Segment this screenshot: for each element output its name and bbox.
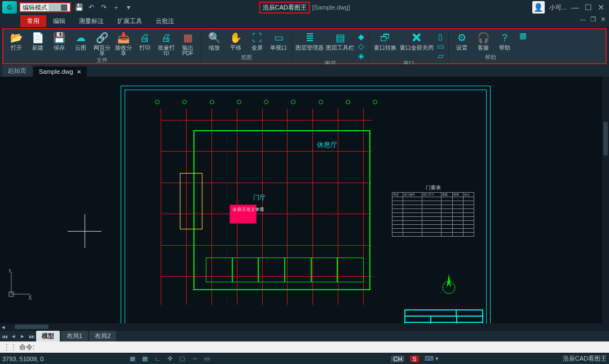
edit-mode-toggle[interactable]: 编辑模式	[19, 2, 71, 12]
ortho-icon[interactable]: ∟	[153, 355, 162, 362]
layout-1[interactable]: 布局1	[61, 331, 88, 341]
grip-icon: ⋮⋮	[3, 343, 17, 351]
cmd-prompt: 命令:	[19, 343, 34, 352]
help-extra[interactable]: ▦	[515, 30, 530, 39]
horizontal-scrollbar[interactable]: ◂	[0, 323, 609, 330]
menu-common[interactable]: 常用	[20, 15, 46, 27]
save-button[interactable]: 💾保存	[48, 30, 70, 51]
lwt-icon[interactable]: ▭	[202, 355, 211, 362]
app-logo: G	[2, 1, 17, 14]
sogou-badge[interactable]: S	[410, 356, 418, 362]
share-icon: 🔗	[95, 32, 109, 44]
fullscreen-button[interactable]: ⛶全屏	[246, 30, 268, 51]
room-rest: 休息厅	[307, 140, 347, 150]
layer-small-2[interactable]: ◇	[355, 41, 367, 50]
group-label-file: 文件	[6, 56, 198, 65]
close-button[interactable]: ✕	[598, 3, 604, 12]
new-button[interactable]: 📄新建	[27, 30, 48, 51]
brand-label: 浩辰CAD看图王	[563, 354, 607, 363]
ribbon-group-file: 📂打开 📄新建 💾保存 ☁云图 🔗网页分享 📥接收分享 🖨打印 🖨批量打印 ▦输…	[3, 30, 201, 62]
pan-button[interactable]: ✋平移	[225, 30, 246, 51]
layer-small-3[interactable]: ◈	[355, 51, 367, 60]
layer-toolbar-button[interactable]: ▤图层工具栏	[325, 30, 355, 51]
layers-icon: ≣	[302, 32, 317, 44]
menu-edit[interactable]: 编辑	[46, 15, 72, 27]
ribbon-group-layer: ≣图层管理器 ▤图层工具栏 ◆ ◇ ◈ 图层	[292, 30, 369, 62]
inbox-icon: 📥	[116, 32, 131, 44]
plus-icon[interactable]: ＋	[112, 3, 121, 12]
snap-icon[interactable]: ▦	[128, 355, 137, 362]
user-avatar[interactable]: 👤	[532, 1, 545, 14]
window-closeall-icon: 🗙	[409, 32, 424, 44]
redo-icon[interactable]: ↷	[99, 3, 108, 12]
tab-start[interactable]: 起始页	[2, 65, 32, 77]
menu-extend[interactable]: 扩展工具	[111, 15, 149, 27]
mode-label: 编辑模式	[23, 3, 47, 12]
polar-icon[interactable]: ✜	[165, 355, 174, 362]
drawing-area[interactable]: YX	[0, 77, 609, 323]
svg-point-5	[443, 281, 455, 294]
export-pdf-button[interactable]: ▦输出PDF	[177, 30, 198, 56]
ime-more-icon[interactable]: ⌨ ▾	[425, 355, 439, 362]
fullscreen-icon: ⛶	[250, 32, 264, 44]
viewport-button[interactable]: ▭单视口	[268, 30, 289, 51]
cloud-button[interactable]: ☁云图	[70, 30, 91, 51]
vertical-scrollbar[interactable]	[602, 77, 609, 323]
pdf-icon: ▦	[180, 32, 195, 44]
settings-button[interactable]: ⚙设置	[451, 30, 473, 51]
command-line[interactable]: ⋮⋮ 命令:	[0, 341, 609, 353]
win-small-1[interactable]: ▯	[435, 32, 446, 41]
undo-icon[interactable]: ↶	[87, 3, 96, 12]
layout-next2[interactable]: ⏭	[27, 333, 36, 340]
open-button[interactable]: 📂打开	[6, 30, 27, 51]
file-plus-icon: 📄	[30, 32, 45, 44]
window-switch-button[interactable]: 🗗窗口转换	[372, 30, 399, 51]
dropdown-icon[interactable]: ▾	[124, 3, 133, 12]
menu-measure[interactable]: 测量标注	[72, 15, 111, 27]
group-label-help: 帮助	[451, 54, 530, 62]
ime-badge[interactable]: CH	[391, 356, 404, 362]
support-button[interactable]: 🎧客服	[473, 30, 494, 51]
toggle-switch[interactable]	[48, 4, 68, 11]
doc-minimize-button[interactable]: —	[580, 16, 586, 23]
menu-cloud[interactable]: 云批注	[149, 15, 181, 27]
layer-small-1[interactable]: ◆	[355, 32, 367, 41]
grid-icon[interactable]: ▩	[140, 355, 149, 362]
group-label-view: 览图	[204, 54, 289, 62]
doc-close-button[interactable]: ✕	[601, 16, 606, 23]
zoom-button[interactable]: 🔍缩放	[204, 30, 225, 51]
yellow-zone	[180, 173, 202, 229]
user-name: 小可...	[549, 3, 567, 12]
doc-restore-button[interactable]: ❐	[590, 16, 596, 23]
save-icon[interactable]: 💾	[74, 3, 83, 12]
layout-2[interactable]: 布局2	[89, 331, 116, 341]
layer-manager-button[interactable]: ≣图层管理器	[294, 30, 325, 51]
titlebar: G 编辑模式 💾 ↶ ↷ ＋ ▾ 浩辰CAD看图王 [Sample.dwg] 👤…	[0, 0, 609, 15]
north-arrow	[440, 270, 456, 295]
tab-sample[interactable]: Sample.dwg✕	[33, 66, 87, 77]
minimize-button[interactable]: —	[571, 3, 579, 12]
folder-open-icon: 📂	[9, 32, 24, 44]
osnap-icon[interactable]: ▢	[178, 355, 187, 362]
layout-prev[interactable]: ⏮	[0, 333, 9, 340]
headset-icon: 🎧	[476, 32, 491, 44]
close-tab-icon[interactable]: ✕	[77, 69, 81, 75]
document-tabs: 起始页 Sample.dwg✕	[0, 64, 609, 77]
window-closeall-button[interactable]: 🗙窗口全部关闭	[399, 30, 435, 51]
otrack-icon[interactable]: ↔	[190, 355, 199, 362]
help-button[interactable]: ？帮助	[494, 30, 515, 51]
maximize-button[interactable]: ☐	[585, 3, 592, 12]
batch-print-button[interactable]: 🖨批量打印	[156, 30, 177, 56]
building-outline	[195, 131, 369, 289]
receive-button[interactable]: 📥接收分享	[113, 30, 134, 56]
layer-mini-icon: ◈	[356, 52, 366, 60]
layout-prev2[interactable]: ◂	[9, 332, 18, 340]
layout-model[interactable]: 模型	[36, 331, 60, 341]
ribbon-group-view: 🔍缩放 ✋平移 ⛶全屏 ▭单视口 览图	[201, 30, 292, 62]
print-button[interactable]: 🖨打印	[134, 30, 156, 51]
grid-icon: ▦	[518, 32, 528, 39]
win-small-3[interactable]: ▱	[435, 51, 446, 60]
layout-next[interactable]: ▸	[18, 332, 27, 340]
win-small-2[interactable]: ▭	[435, 41, 446, 50]
webshare-button[interactable]: 🔗网页分享	[91, 30, 113, 56]
